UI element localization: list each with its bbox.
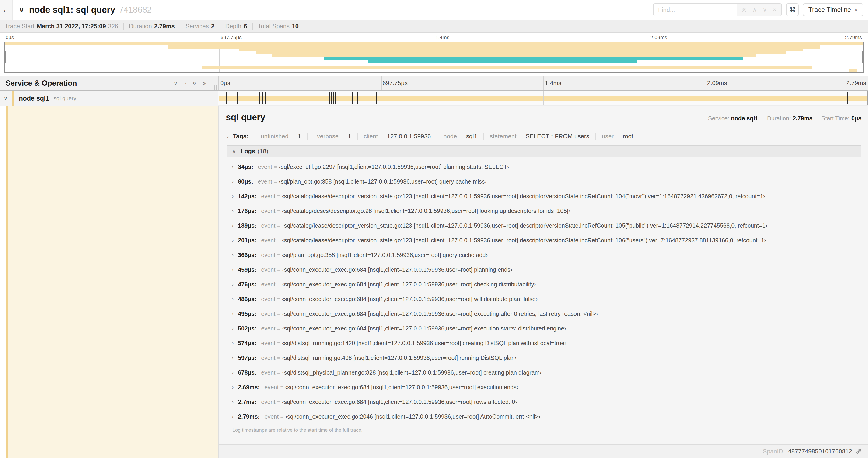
gridline (543, 91, 544, 105)
log-body: event = ‹sql/exec_util.go:2297 [nsql1,cl… (258, 163, 509, 170)
span-detail-row: sql query Service:node sql1Duration:2.79… (0, 106, 868, 458)
log-field-value: ‹sql/distsql_running.go:498 [nsql1,clien… (282, 355, 517, 361)
ruler-tick-label: 0μs (219, 79, 230, 87)
log-timestamp: 201μs: (238, 237, 256, 244)
log-timestamp: 476μs: (238, 281, 256, 288)
clear-search-icon[interactable]: × (773, 6, 776, 13)
focus-match-icon[interactable]: ◎ (742, 6, 747, 13)
log-timestamp: 678μs: (238, 369, 256, 376)
log-entry[interactable]: ›502μs:event = ‹sql/conn_executor_exec.g… (227, 321, 862, 336)
log-entry[interactable]: ›2.7ms:event = ‹sql/conn_executor_exec.g… (227, 395, 862, 409)
log-field-value: ‹sql/conn_executor_exec.go:684 [nsql1,cl… (282, 266, 513, 273)
tags-section[interactable]: › Tags: _unfinished=1_verbose=1client=12… (219, 130, 868, 144)
gridline (381, 91, 381, 105)
log-field-name: event (261, 369, 275, 376)
log-entry[interactable]: ›486μs:event = ‹sql/conn_executor_exec.g… (227, 292, 862, 306)
expand-one-icon[interactable]: › (184, 79, 186, 87)
prev-match-icon[interactable]: ∧ (753, 6, 757, 13)
log-entry[interactable]: ›597μs:event = ‹sql/distsql_running.go:4… (227, 351, 862, 365)
collapse-trace-icon[interactable]: ∨ (19, 6, 24, 14)
minimap-right-handle[interactable] (862, 51, 863, 63)
ruler-tick-label: 2.09ms (649, 35, 667, 41)
logs-header[interactable]: ∨ Logs (18) (227, 145, 862, 157)
log-timestamp: 189μs: (238, 222, 256, 229)
chevron-right-icon: › (232, 164, 238, 170)
log-body: event = ‹sql/distsql_running.go:1420 [ns… (261, 340, 566, 347)
log-entry[interactable]: ›201μs:event = ‹sql/catalog/lease/descri… (227, 233, 862, 248)
summary-label: Duration (129, 23, 152, 30)
chevron-right-icon: › (232, 267, 238, 273)
log-marker (226, 92, 226, 104)
log-equals: = (275, 193, 282, 199)
log-entry[interactable]: ›2.69ms:event = ‹sql/conn_executor_exec.… (227, 380, 862, 395)
log-field-value: ‹sql/conn_executor_exec.go:684 [nsql1,cl… (282, 310, 598, 317)
span-color-accent (12, 91, 14, 106)
log-field-value: ‹sql/conn_executor_exec.go:684 [nsql1,cl… (282, 399, 517, 405)
chevron-right-icon: › (232, 193, 238, 199)
chevron-right-icon: › (232, 384, 238, 390)
summary-value: 2.79ms (154, 23, 175, 30)
log-entry[interactable]: ›366μs:event = ‹sql/plan_opt.go:358 [nsq… (227, 248, 862, 262)
logs-title: Logs (241, 147, 255, 155)
log-marker (376, 92, 377, 104)
log-entry[interactable]: ›476μs:event = ‹sql/conn_executor_exec.g… (227, 277, 862, 292)
log-field-value: ‹sql/catalog/lease/descriptor_version_st… (282, 237, 766, 243)
log-entry[interactable]: ›34μs:event = ‹sql/exec_util.go:2297 [ns… (227, 160, 862, 174)
log-entry[interactable]: ›80μs:event = ‹sql/plan_opt.go:358 [nsql… (227, 174, 862, 189)
log-field-value: ‹sql/exec_util.go:2297 [nsql1,client=127… (279, 163, 509, 170)
keyboard-shortcuts-button[interactable]: ⌘ (786, 3, 799, 16)
trace-view-selector[interactable]: Trace Timeline ∨ (803, 3, 863, 16)
minimap-span-bar (256, 51, 786, 54)
gridline (706, 91, 706, 105)
log-entry[interactable]: ›176μs:event = ‹sql/catalog/descs/descri… (227, 204, 862, 218)
expand-all-icon[interactable]: » (203, 79, 206, 87)
detail-meta-item: Duration:2.79ms (763, 115, 817, 122)
ruler-tick-label: 2.79ms (846, 79, 866, 87)
minimap-span-bar (849, 69, 857, 72)
log-marker (262, 92, 263, 104)
log-body: event = ‹sql/conn_executor_exec.go:684 [… (261, 266, 512, 273)
tag-equals: = (291, 133, 295, 140)
tag-value: 1 (298, 133, 301, 140)
tag-key: _unfinished (257, 133, 288, 140)
service-operation-title: Service & Operation (6, 79, 174, 88)
back-button[interactable]: ← (0, 0, 12, 20)
tags-label: Tags: (233, 133, 248, 140)
log-timestamp: 366μs: (238, 252, 256, 258)
chevron-right-icon: › (232, 282, 238, 288)
next-match-icon[interactable]: ∨ (763, 6, 767, 13)
log-marker (259, 92, 260, 104)
span-collapse-icon[interactable]: ∨ (2, 95, 9, 101)
log-entry[interactable]: ›495μs:event = ‹sql/conn_executor_exec.g… (227, 306, 862, 321)
span-name-cell[interactable]: ∨ node sql1 sql query (0, 91, 218, 106)
link-icon[interactable] (856, 448, 862, 455)
minimap-span-bar (5, 42, 863, 45)
log-entry[interactable]: ›574μs:event = ‹sql/distsql_running.go:1… (227, 336, 862, 351)
page-title: node sql1: sql query (29, 5, 115, 15)
log-entry[interactable]: ›678μs:event = ‹sql/distsql_physical_pla… (227, 365, 862, 380)
log-entry[interactable]: ›459μs:event = ‹sql/conn_executor_exec.g… (227, 262, 862, 277)
trace-header: ← ∨ node sql1: sql query 7418682 ◎ ∧ ∨ ×… (0, 0, 868, 20)
chevron-right-icon: › (232, 223, 238, 229)
detail-meta-label: Service: (708, 115, 729, 122)
timeline-ruler: 0μs697.75μs1.4ms2.09ms2.79ms (218, 76, 868, 90)
ruler-tick-label: 0μs (4, 35, 14, 41)
summary-item: Trace StartMarch 31 2022, 17:25:09.326 (5, 23, 123, 30)
column-resizer-handle[interactable] (214, 85, 217, 90)
find-input[interactable] (654, 4, 737, 15)
collapse-one-icon[interactable]: ∨ (174, 79, 178, 87)
log-marker (304, 92, 304, 104)
log-field-name: event (265, 384, 279, 390)
log-equals: = (275, 252, 282, 258)
log-entry[interactable]: ›2.79ms:event = ‹sql/conn_executor_exec.… (227, 409, 862, 424)
span-timeline-track[interactable] (218, 91, 868, 106)
tag-key: user (602, 133, 614, 140)
minimap-canvas[interactable] (4, 42, 864, 73)
log-entry[interactable]: ›189μs:event = ‹sql/catalog/lease/descri… (227, 218, 862, 233)
summary-item: Duration2.79ms (123, 23, 180, 30)
tag-value: sql1 (466, 133, 477, 140)
collapse-all-icon[interactable]: » (191, 81, 198, 85)
log-entry[interactable]: ›142μs:event = ‹sql/catalog/lease/descri… (227, 189, 862, 204)
tag-value: 127.0.0.1:59936 (387, 133, 431, 140)
minimap-left-handle[interactable] (5, 51, 6, 63)
